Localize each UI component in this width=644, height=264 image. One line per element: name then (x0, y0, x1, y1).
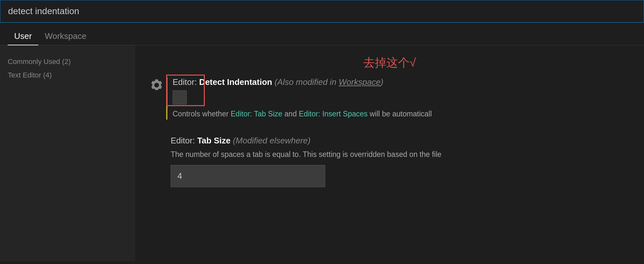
setting-item-header: Editor: Detect Indentation (Also modifie… (151, 77, 628, 120)
setting-title-block: Editor: Detect Indentation (Also modifie… (169, 77, 628, 120)
sidebar-item-text-editor[interactable]: Text Editor (4) (8, 68, 128, 82)
settings-content: 去掉这个√ Editor: Detect Indenta (135, 45, 644, 261)
tab-user[interactable]: User (8, 27, 38, 45)
setting-tab-size: Editor: Tab Size (Modified elsewhere) Th… (151, 136, 628, 187)
setting-detect-indentation-title: Editor: Detect Indentation (Also modifie… (169, 77, 628, 87)
annotation-text: 去掉这个√ (151, 55, 628, 71)
detect-indentation-checkbox[interactable] (173, 90, 187, 105)
tab-workspace[interactable]: Workspace (38, 27, 93, 45)
search-bar-container: detect indentation (0, 0, 644, 23)
sidebar-item-commonly-used[interactable]: Commonly Used (2) (8, 55, 128, 68)
setting-detect-indentation-description: Controls whether Editor: Tab Size and Ed… (169, 108, 628, 120)
workspace-link[interactable]: Workspace (339, 77, 381, 87)
sidebar: Commonly Used (2) Text Editor (4) (0, 45, 135, 261)
tab-size-input[interactable] (171, 165, 325, 187)
search-input[interactable]: detect indentation (0, 0, 644, 23)
gear-icon[interactable] (151, 78, 163, 90)
setting-tab-size-title: Editor: Tab Size (Modified elsewhere) (171, 136, 628, 146)
insert-spaces-link[interactable]: Editor: Insert Spaces (299, 110, 368, 118)
checkbox-area (169, 90, 628, 106)
tabs-container: User Workspace (0, 23, 644, 45)
setting-detect-indentation: Editor: Detect Indentation (Also modifie… (151, 77, 628, 120)
left-bar (166, 77, 167, 120)
main-content: Commonly Used (2) Text Editor (4) 去掉这个√ (0, 45, 644, 261)
tab-size-link[interactable]: Editor: Tab Size (231, 110, 282, 118)
setting-tab-size-description: The number of spaces a tab is equal to. … (171, 149, 628, 160)
